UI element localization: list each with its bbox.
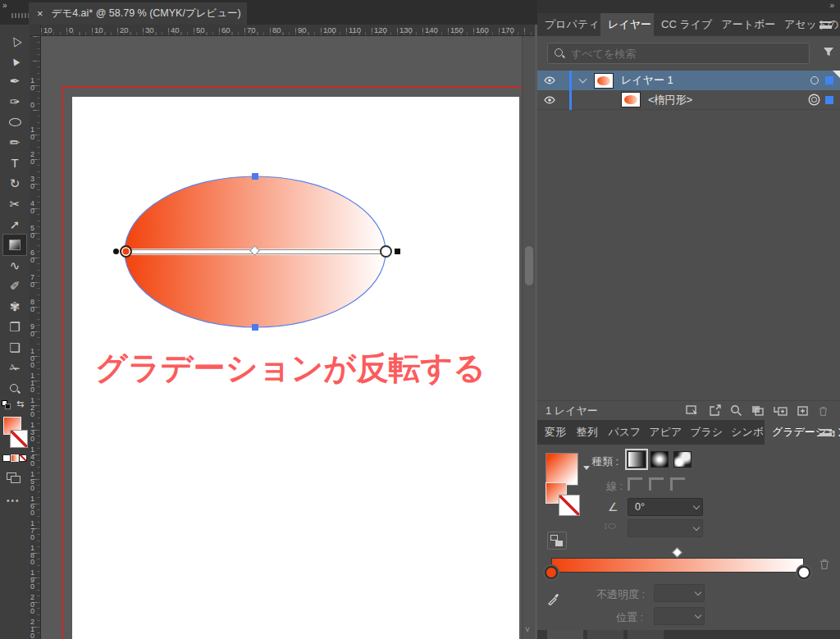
gradient-type-radial[interactable] <box>651 451 669 468</box>
search-icon[interactable] <box>730 404 742 417</box>
tab-cc-libraries[interactable]: CC ライブ <box>654 13 714 36</box>
layer-name[interactable]: レイヤー 1 <box>621 73 810 88</box>
gradient-ellipse[interactable] <box>41 36 535 639</box>
tab-brushes[interactable]: ブラシ <box>682 420 724 445</box>
filter-icon[interactable] <box>822 46 835 57</box>
new-layer-icon[interactable] <box>797 405 809 417</box>
blend-tool[interactable]: ✾ <box>3 296 26 317</box>
aspect-ratio-dropdown[interactable] <box>628 519 703 537</box>
pencil-tool[interactable]: ✏ <box>3 132 26 153</box>
gradient-annotator-end-square[interactable] <box>395 249 400 254</box>
vertical-scrollbar[interactable]: ˅ <box>522 36 535 639</box>
anchor-handle-top <box>252 173 258 180</box>
stroke-swatch[interactable] <box>10 430 28 448</box>
none-button[interactable] <box>19 454 27 462</box>
symbol-sprayer-tool[interactable]: ❐ <box>3 317 26 337</box>
collect-for-export-icon[interactable] <box>709 404 721 417</box>
fill-stroke-indicator[interactable] <box>546 482 583 518</box>
layer-thumbnail[interactable] <box>594 73 614 89</box>
gradient-within-stroke-icon[interactable] <box>628 477 642 491</box>
layer-count: 1 レイヤー <box>546 404 686 418</box>
layer-row-layer1[interactable]: レイヤー 1 <box>537 71 840 90</box>
panel-menu-icon[interactable] <box>819 429 832 436</box>
gradient-type-freeform[interactable] <box>673 451 692 468</box>
gradient-stop-end[interactable] <box>797 566 810 579</box>
slider-midpoint-diamond[interactable] <box>672 547 682 558</box>
target-double-circle-icon[interactable] <box>811 97 817 103</box>
width-tool[interactable]: ∿ <box>3 255 26 276</box>
panel-menu-icon[interactable] <box>819 21 832 29</box>
scissors-tool[interactable]: ✂ <box>3 194 26 214</box>
gradient-swatch[interactable] <box>546 453 578 486</box>
gradient-end-stop[interactable] <box>380 245 392 258</box>
gradient-type-linear[interactable] <box>628 451 646 468</box>
curvature-tool[interactable]: ✑ <box>3 91 26 112</box>
tab-properties[interactable]: プロパティ <box>537 13 600 36</box>
gradient-start-stop[interactable] <box>120 245 132 258</box>
tab-layers[interactable]: レイヤー <box>600 13 654 36</box>
layers-search[interactable] <box>547 43 810 64</box>
gradient-slider-bar[interactable] <box>551 558 804 573</box>
ellipse-tool[interactable] <box>3 112 26 132</box>
object-thumbnail[interactable] <box>621 92 641 107</box>
stroke-proxy[interactable] <box>559 495 580 516</box>
eyedropper-tool[interactable]: ✐ <box>3 276 26 296</box>
color-button[interactable] <box>2 454 11 462</box>
selection-indicator[interactable] <box>825 96 833 104</box>
default-fill-stroke-icon[interactable] <box>2 400 11 410</box>
selection-tool[interactable]: △ <box>3 30 26 50</box>
ruler-origin-corner[interactable] <box>30 25 41 36</box>
toolbar-collapse-icon[interactable]: » <box>2 1 7 10</box>
direct-selection-tool[interactable]: ▲ <box>3 50 26 71</box>
delete-trash-icon[interactable] <box>818 405 829 417</box>
delete-stop-trash-icon[interactable] <box>819 558 830 570</box>
canvas[interactable]: グラデーションが反転する <box>41 36 535 639</box>
locate-object-icon[interactable] <box>686 404 700 417</box>
ruler-number: 0 <box>30 102 38 126</box>
drawing-modes-icon[interactable] <box>7 472 21 484</box>
pen-tool[interactable]: ✒ <box>3 71 26 91</box>
tab-artboards[interactable]: アートボー <box>714 13 777 36</box>
shape-builder-tool[interactable]: ➚ <box>3 214 26 235</box>
eyedropper-icon[interactable] <box>547 592 560 605</box>
tab-symbols[interactable]: シンボ <box>724 420 765 445</box>
swap-fill-stroke-icon[interactable]: ⇆ <box>16 399 24 409</box>
ruler-number: 40 <box>168 25 194 35</box>
opacity-dropdown[interactable] <box>654 584 705 602</box>
gradient-swatch-dropdown-icon[interactable] <box>583 466 590 470</box>
tab-pathfinder[interactable]: パスフ <box>601 420 642 445</box>
new-sublayer-icon[interactable] <box>774 405 788 417</box>
artboard-tool[interactable]: ❏ <box>3 337 26 358</box>
rotate-tool[interactable]: ↻ <box>3 173 26 194</box>
collapse-panels-icon[interactable]: » <box>829 1 833 10</box>
gradient-button[interactable] <box>11 454 19 462</box>
tab-transform[interactable]: 変形 <box>537 420 569 445</box>
type-tool[interactable]: T <box>3 153 26 173</box>
edit-toolbar-icon[interactable]: ••• <box>7 496 21 505</box>
tab-appearance[interactable]: アピア <box>641 420 682 445</box>
gradient-annotator-origin-dot[interactable] <box>113 249 119 254</box>
object-name[interactable]: <楕円形> <box>648 93 811 107</box>
clipping-mask-icon[interactable] <box>751 405 765 417</box>
reverse-gradient-icon[interactable] <box>547 532 567 550</box>
layer-row-ellipse[interactable]: <楕円形> <box>537 90 840 110</box>
close-icon[interactable]: × <box>37 7 43 20</box>
scrollbar-down-icon[interactable]: ˅ <box>525 625 530 634</box>
position-dropdown[interactable] <box>654 607 705 625</box>
document-tab[interactable]: × デモ4.ai* @ 58.79 % (CMYK/プレビュー) <box>29 2 247 25</box>
gradient-stop-start[interactable] <box>545 566 558 579</box>
color-gradient-none-row <box>2 454 27 462</box>
search-input[interactable] <box>571 48 776 60</box>
gradient-across-stroke-icon[interactable] <box>670 477 685 491</box>
gradient-along-stroke-icon[interactable] <box>649 477 664 491</box>
chevron-down-icon[interactable] <box>579 75 587 84</box>
tab-align[interactable]: 整列 <box>569 420 601 445</box>
angle-dropdown[interactable]: 0° <box>628 498 703 516</box>
visibility-eye-icon[interactable] <box>544 94 555 106</box>
gradient-tool[interactable] <box>3 235 26 255</box>
target-circle-icon[interactable] <box>810 76 819 84</box>
zoom-tool[interactable] <box>3 378 26 399</box>
scrollbar-thumb[interactable] <box>525 246 533 285</box>
visibility-eye-icon[interactable] <box>544 75 555 86</box>
slice-tool[interactable]: ✁ <box>3 358 26 378</box>
